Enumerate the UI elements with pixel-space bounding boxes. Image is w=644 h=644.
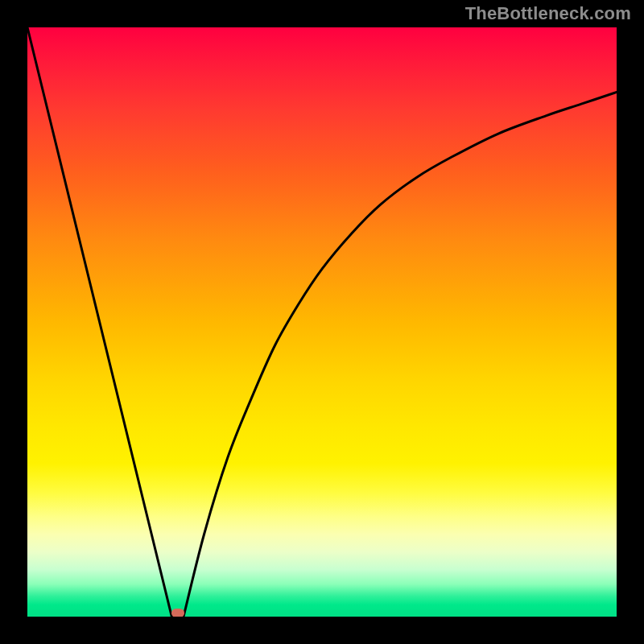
- optimum-marker: [171, 609, 184, 617]
- watermark-text: TheBottleneck.com: [465, 3, 631, 24]
- chart-frame: TheBottleneck.com: [0, 0, 644, 644]
- plot-area: [27, 27, 617, 617]
- bottleneck-curve: [27, 27, 617, 617]
